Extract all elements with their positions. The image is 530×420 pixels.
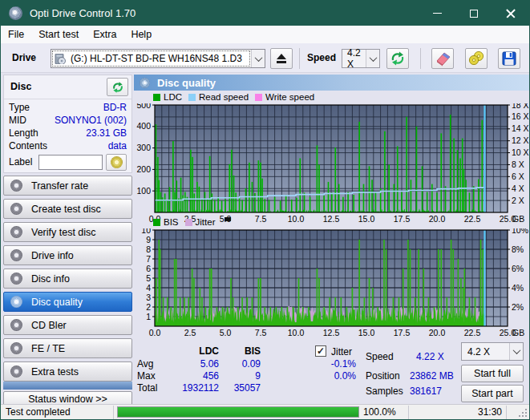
speed-value: 4.2 X bbox=[342, 47, 366, 70]
sidebar-label: Disc quality bbox=[31, 297, 83, 308]
sidebar-item-extra-tests[interactable]: Extra tests bbox=[3, 361, 132, 382]
close-button[interactable] bbox=[492, 1, 529, 26]
svg-text:9: 9 bbox=[146, 235, 151, 244]
svg-text:18 X: 18 X bbox=[512, 103, 529, 110]
ldc-column-header: LDC bbox=[187, 345, 219, 357]
svg-text:10%: 10% bbox=[512, 228, 528, 235]
disc-contents-row: Contents data bbox=[9, 140, 127, 152]
test-speed-select[interactable]: 4.2 X bbox=[461, 342, 524, 361]
erase-disc-button[interactable] bbox=[431, 48, 454, 69]
contents-value[interactable]: data bbox=[108, 140, 127, 152]
drive-dropdown-arrow[interactable] bbox=[251, 50, 265, 67]
refresh-icon bbox=[390, 50, 406, 67]
discs-icon bbox=[467, 50, 485, 67]
disc-icon bbox=[10, 273, 22, 285]
menu-help[interactable]: Help bbox=[123, 26, 159, 43]
max-bis-value: 9 bbox=[229, 370, 261, 382]
sidebar-item-create-test-disc[interactable]: Create test disc bbox=[3, 199, 132, 219]
contents-label: Contents bbox=[9, 140, 47, 152]
speed-stat-label: Speed bbox=[366, 351, 394, 362]
svg-text:200: 200 bbox=[136, 164, 151, 174]
elapsed-time: 31:30 bbox=[478, 406, 502, 418]
cd-icon bbox=[111, 156, 123, 168]
disc-type-row: Type BD-R bbox=[9, 102, 127, 114]
drive-select[interactable]: (G:) HL-DT-ST BD-RE WH16NS48 1.D3 bbox=[51, 49, 265, 68]
disc-panel-title: Disc bbox=[10, 81, 31, 92]
menu-bar: File Start test Extra Help bbox=[1, 26, 529, 43]
svg-text:12.5: 12.5 bbox=[323, 328, 340, 337]
svg-text:100: 100 bbox=[136, 186, 151, 196]
disc-icon bbox=[10, 249, 22, 261]
ldc-swatch bbox=[153, 94, 160, 101]
maximize-button[interactable] bbox=[455, 1, 492, 26]
write-speed-legend-label: Write speed bbox=[265, 92, 314, 102]
jitter-swatch bbox=[185, 219, 192, 226]
refresh-speeds-button[interactable] bbox=[386, 48, 409, 69]
window-title: Opti Drive Control 1.70 bbox=[30, 7, 136, 19]
write-label-button[interactable] bbox=[106, 154, 127, 171]
disc-icon bbox=[10, 365, 22, 378]
sidebar-item-fe-te[interactable]: FE / TE bbox=[3, 338, 132, 358]
svg-text:17.5: 17.5 bbox=[394, 328, 411, 337]
eject-button[interactable] bbox=[270, 48, 293, 69]
label-input[interactable] bbox=[38, 155, 103, 170]
speed-select[interactable]: 4.2 X bbox=[342, 49, 380, 68]
sidebar-label: Extra tests bbox=[31, 366, 79, 378]
svg-text:17.5: 17.5 bbox=[394, 214, 411, 224]
samples-stat-value: 381617 bbox=[410, 386, 442, 397]
svg-text:3: 3 bbox=[146, 293, 151, 302]
speed-dropdown-arrow[interactable] bbox=[366, 50, 379, 67]
drive-value: (G:) HL-DT-ST BD-RE WH16NS48 1.D3 bbox=[71, 53, 242, 64]
svg-text:4: 4 bbox=[146, 283, 151, 293]
disc-info-panel: Disc Type BD-R MID SONYNO1 (002) Length … bbox=[3, 75, 132, 173]
sidebar-item-verify-test-disc[interactable]: Verify test disc bbox=[3, 222, 132, 242]
mid-value: SONYNO1 (002) bbox=[55, 115, 127, 127]
svg-text:400: 400 bbox=[136, 121, 151, 131]
start-full-button[interactable]: Start full bbox=[461, 365, 524, 382]
resize-grip[interactable] bbox=[519, 409, 527, 417]
sidebar-item-transfer-rate[interactable]: Transfer rate bbox=[3, 176, 132, 196]
disc-refresh-button[interactable] bbox=[107, 78, 128, 96]
bis-swatch bbox=[153, 219, 160, 226]
type-value: BD-R bbox=[103, 102, 127, 114]
svg-text:2 X: 2 X bbox=[512, 196, 524, 205]
sidebar-item-disc-quality[interactable]: Disc quality bbox=[3, 292, 132, 312]
sidebar-item-drive-info[interactable]: Drive info bbox=[3, 245, 132, 265]
avg-jitter-value: -0.1% bbox=[324, 358, 356, 370]
avg-ldc-value: 5.06 bbox=[187, 358, 219, 370]
disc-icon bbox=[10, 296, 22, 308]
avg-row-label: Avg bbox=[137, 358, 153, 370]
divider bbox=[113, 406, 114, 419]
menu-extra[interactable]: Extra bbox=[86, 26, 123, 43]
svg-text:300: 300 bbox=[136, 143, 151, 152]
menu-file[interactable]: File bbox=[1, 26, 31, 43]
svg-text:10.0: 10.0 bbox=[288, 214, 305, 224]
disc-icon bbox=[10, 203, 22, 215]
samples-stat-label: Samples bbox=[366, 386, 403, 397]
start-part-button[interactable]: Start part bbox=[461, 385, 524, 402]
svg-text:22.5: 22.5 bbox=[464, 214, 481, 224]
sidebar-item-disc-info[interactable]: Disc info bbox=[3, 269, 132, 289]
sidebar-label: Verify test disc bbox=[31, 227, 96, 238]
sidebar-label: Transfer rate bbox=[31, 180, 88, 192]
test-speed-dropdown-arrow[interactable] bbox=[509, 343, 523, 360]
menu-start-test[interactable]: Start test bbox=[31, 26, 86, 43]
svg-text:4 X: 4 X bbox=[512, 184, 524, 193]
compare-discs-button[interactable] bbox=[465, 48, 488, 69]
svg-text:6%: 6% bbox=[512, 264, 524, 273]
jitter-checkbox[interactable]: ✓ bbox=[315, 345, 326, 357]
legend-marker bbox=[225, 217, 231, 221]
minimize-button[interactable] bbox=[419, 1, 455, 26]
ldc-legend-label: LDC bbox=[164, 92, 182, 102]
sidebar-item-cd-bler[interactable]: CD Bler bbox=[3, 315, 132, 335]
save-button[interactable] bbox=[498, 48, 520, 69]
svg-text:7.5: 7.5 bbox=[255, 214, 267, 224]
svg-text:1: 1 bbox=[146, 312, 151, 321]
status-window-label: Status window >> bbox=[28, 394, 107, 405]
svg-text:20.0: 20.0 bbox=[429, 328, 446, 337]
svg-text:14 X: 14 X bbox=[512, 123, 529, 133]
title-bar: Opti Drive Control 1.70 bbox=[1, 1, 529, 26]
svg-text:8%: 8% bbox=[512, 244, 524, 254]
max-ldc-value: 456 bbox=[187, 370, 219, 382]
disc-icon bbox=[10, 226, 22, 238]
